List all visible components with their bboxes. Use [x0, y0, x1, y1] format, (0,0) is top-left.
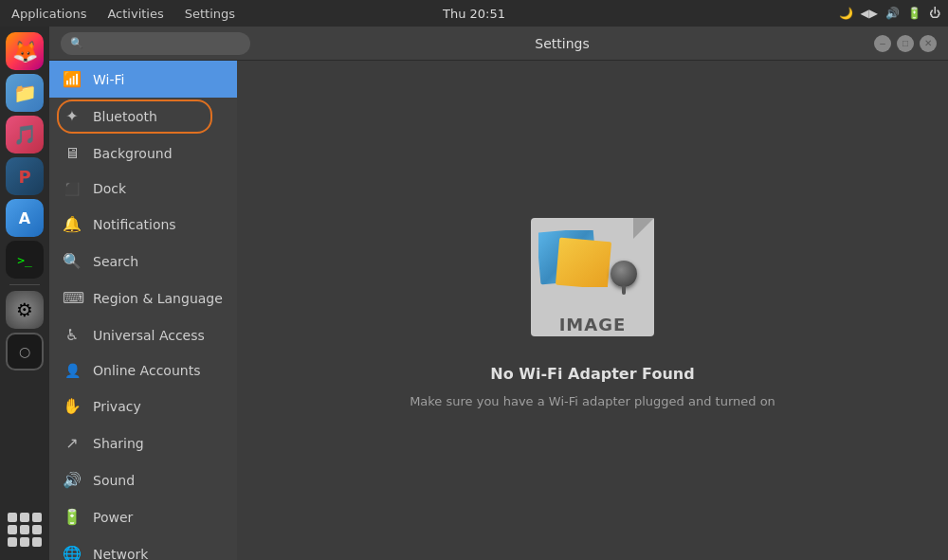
sidebar-label-wifi: Wi-Fi [93, 72, 224, 87]
background-icon: 🖥 [63, 144, 82, 162]
sharing-icon: ↗ [63, 434, 82, 452]
sidebar-item-region[interactable]: ⌨ Region & Language [49, 280, 237, 316]
dock-grid-button[interactable] [6, 511, 44, 549]
maximize-button[interactable]: □ [897, 35, 914, 52]
titlebar-search-area: 🔍 [61, 32, 250, 55]
topbar-clock: Thu 20:51 [443, 7, 505, 21]
wifi-icon: 📶 [63, 70, 82, 88]
dock-item-circle[interactable]: ○ [6, 333, 44, 370]
settings-window: 🔍 Settings – □ ✕ 📶 Wi-Fi ✦ Bluetooth 🖥 B… [49, 27, 948, 560]
dock-item-files[interactable]: 📁 [6, 74, 44, 112]
no-wifi-title: No Wi-Fi Adapter Found [490, 365, 694, 383]
dock-item-settings[interactable]: ⚙ [6, 291, 44, 329]
doc-image-area [538, 230, 614, 287]
dock-item-firefox[interactable]: 🦊 [6, 32, 44, 70]
sidebar: 📶 Wi-Fi ✦ Bluetooth 🖥 Background ⬛ Dock … [49, 61, 237, 560]
topbar-left: Applications Activities Settings [8, 5, 239, 23]
sidebar-item-privacy[interactable]: ✋ Privacy [49, 388, 237, 425]
close-button[interactable]: ✕ [920, 35, 937, 52]
sidebar-label-bluetooth: Bluetooth [93, 109, 224, 124]
window-title: Settings [250, 36, 874, 51]
sidebar-item-power[interactable]: 🔋 Power [49, 498, 237, 535]
sidebar-label-notifications: Notifications [93, 217, 224, 232]
sidebar-item-network[interactable]: 🌐 Network [49, 535, 237, 560]
bluetooth-icon: ✦ [63, 107, 82, 125]
nav-icon: ◀▶ [861, 7, 878, 20]
sidebar-item-sound[interactable]: 🔊 Sound [49, 461, 237, 498]
sidebar-item-sharing[interactable]: ↗ Sharing [49, 425, 237, 461]
doc-pin [611, 261, 637, 287]
image-yellow-layer [556, 237, 611, 286]
dock-item-appstore[interactable]: A [6, 199, 44, 237]
window-titlebar: 🔍 Settings – □ ✕ [49, 27, 948, 61]
sidebar-label-sharing: Sharing [93, 436, 224, 451]
sidebar-label-dock: Dock [93, 181, 224, 196]
sidebar-label-universal-access: Universal Access [93, 328, 224, 343]
sidebar-item-bluetooth[interactable]: ✦ Bluetooth [49, 98, 237, 135]
dock-item-terminal[interactable]: >_ [6, 241, 44, 279]
window-body: 📶 Wi-Fi ✦ Bluetooth 🖥 Background ⬛ Dock … [49, 61, 948, 560]
sidebar-item-wifi[interactable]: 📶 Wi-Fi [49, 61, 237, 98]
dock-separator [9, 284, 40, 285]
sidebar-label-region: Region & Language [93, 291, 224, 306]
dock: 🦊 📁 🎵 P A >_ ⚙ ○ [0, 27, 49, 560]
dock-item-libreoffice[interactable]: P [6, 157, 44, 195]
search-icon: 🔍 [70, 37, 83, 49]
wifi-placeholder: IMAGE No Wi-Fi Adapter Found Make sure y… [410, 213, 775, 408]
dock-item-music[interactable]: 🎵 [6, 116, 44, 154]
topbar: Applications Activities Settings Thu 20:… [0, 0, 948, 27]
moon-icon: 🌙 [839, 7, 853, 20]
sidebar-label-online-accounts: Online Accounts [93, 363, 224, 378]
sidebar-label-power: Power [93, 510, 224, 525]
applications-menu[interactable]: Applications [8, 5, 90, 23]
doc-label: IMAGE [531, 315, 654, 334]
power-icon-si: 🔋 [63, 508, 82, 526]
topbar-right: 🌙 ◀▶ 🔊 🔋 ⏻ [839, 7, 940, 20]
sidebar-item-notifications[interactable]: 🔔 Notifications [49, 206, 237, 243]
minimize-button[interactable]: – [874, 35, 891, 52]
sidebar-label-search: Search [93, 254, 224, 269]
sidebar-item-online-accounts[interactable]: 👤 Online Accounts [49, 353, 237, 388]
wifi-image-icon: IMAGE [521, 213, 664, 346]
sound-icon: 🔊 [63, 471, 82, 489]
privacy-icon: ✋ [63, 397, 82, 415]
settings-menu-btn[interactable]: Settings [181, 5, 239, 23]
battery-icon: 🔋 [907, 7, 921, 20]
sidebar-label-sound: Sound [93, 473, 224, 488]
doc-fold [633, 218, 654, 239]
sidebar-item-universal-access[interactable]: ♿ Universal Access [49, 316, 237, 353]
search-box[interactable]: 🔍 [61, 32, 250, 55]
no-wifi-subtitle: Make sure you have a Wi-Fi adapter plugg… [410, 394, 775, 408]
online-accounts-icon: 👤 [63, 363, 82, 378]
network-icon: 🌐 [63, 545, 82, 560]
power-icon[interactable]: ⏻ [929, 7, 940, 20]
activities-menu[interactable]: Activities [103, 5, 167, 23]
window-controls: – □ ✕ [874, 35, 937, 52]
sidebar-label-network: Network [93, 547, 224, 561]
sidebar-item-dock[interactable]: ⬛ Dock [49, 172, 237, 206]
region-icon: ⌨ [63, 289, 82, 307]
sidebar-item-background[interactable]: 🖥 Background [49, 135, 237, 172]
notifications-icon: 🔔 [63, 215, 82, 233]
sidebar-item-search[interactable]: 🔍 Search [49, 243, 237, 280]
sidebar-label-background: Background [93, 146, 224, 161]
sidebar-label-privacy: Privacy [93, 399, 224, 414]
dock-icon-si: ⬛ [63, 182, 82, 196]
universal-access-icon: ♿ [63, 326, 82, 344]
search-icon-si: 🔍 [63, 252, 82, 270]
volume-icon: 🔊 [885, 7, 900, 20]
main-content: IMAGE No Wi-Fi Adapter Found Make sure y… [237, 61, 948, 560]
